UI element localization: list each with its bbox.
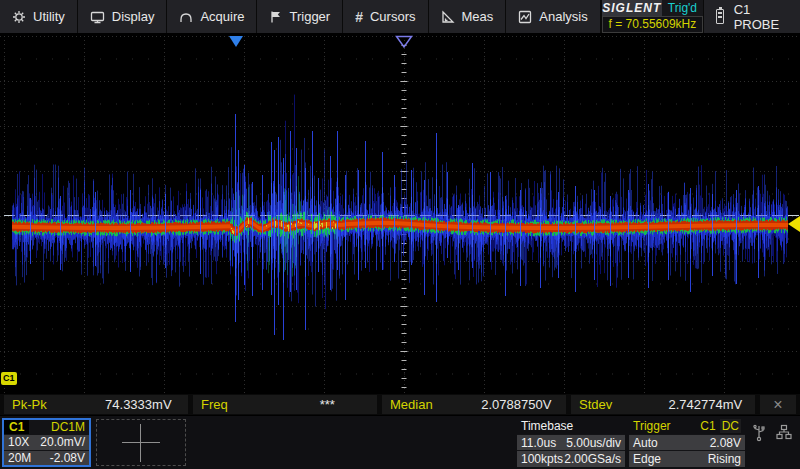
plus-icon — [122, 424, 160, 462]
waveform-display[interactable] — [0, 33, 800, 395]
menu-display-label: Display — [112, 9, 155, 24]
timebase-sample-rate: 2.00GSa/s — [564, 452, 621, 466]
measurement-bar: Pk-Pk 74.3333mV Freq *** Median 2.078875… — [0, 394, 800, 415]
channel-attenuation: 10X — [8, 435, 29, 449]
bottom-status-bar: C1 DC1M 10X 20.0mV/ 20M -2.08V Timebase … — [0, 416, 800, 469]
usb-icon[interactable] — [752, 424, 766, 442]
measurement-pkpk[interactable]: Pk-Pk 74.3333mV — [4, 395, 188, 414]
flag-icon — [269, 10, 282, 24]
horizontal-reference-marker[interactable] — [395, 35, 413, 49]
timebase-panel[interactable]: Timebase 11.0us 5.00us/div 100kpts 2.00G… — [517, 418, 625, 467]
trigger-level-marker[interactable] — [788, 216, 800, 232]
probe-menu[interactable]: C1 PROBE — [703, 0, 800, 33]
trigger-coupling: DC — [720, 419, 741, 433]
measurement-label: Pk-Pk — [4, 395, 89, 414]
timebase-title: Timebase — [521, 419, 573, 433]
analysis-icon — [518, 10, 532, 24]
measurement-stdev[interactable]: Stdev 2.742774mV — [571, 395, 755, 414]
channel-volts-div: 20.0mV/ — [40, 435, 85, 449]
measurement-median[interactable]: Median 2.0788750V — [382, 395, 566, 414]
channel-coupling: DC1M — [51, 420, 89, 434]
probe-label: C1 PROBE — [734, 2, 786, 32]
menu-acquire-label: Acquire — [200, 9, 244, 24]
channel-name: C1 — [4, 420, 29, 434]
measurement-label: Stdev — [571, 395, 656, 414]
trigger-status: Trig'd — [662, 0, 703, 16]
trigger-level: 2.08V — [710, 436, 741, 450]
close-measurements-button[interactable]: × — [760, 395, 796, 414]
measurement-value: 74.3333mV — [89, 395, 188, 414]
menu-cursors[interactable]: # Cursors — [343, 0, 428, 33]
menu-trigger-label: Trigger — [289, 9, 330, 24]
menu-trigger[interactable]: Trigger — [257, 0, 343, 33]
timebase-delay: 11.0us — [521, 436, 556, 450]
channel-offset-marker[interactable]: C1 — [1, 372, 17, 385]
monitor-icon — [90, 10, 105, 24]
oscilloscope-screen: Utility Display Acquire Trigger # Cursor… — [0, 0, 800, 469]
menu-utility-label: Utility — [33, 9, 65, 24]
gear-icon — [12, 10, 26, 24]
close-icon: × — [773, 396, 782, 414]
timebase-points: 100kpts — [521, 452, 563, 466]
brand-status-block: SIGLENT Trig'd f = 70.55609kHz — [601, 0, 703, 33]
menu-meas-label: Meas — [462, 9, 494, 24]
menu-meas[interactable]: Meas — [429, 0, 507, 33]
trigger-source: C1 — [700, 419, 715, 433]
measurement-freq[interactable]: Freq *** — [193, 395, 377, 414]
channel-offset: -2.08V — [50, 451, 85, 465]
measurement-label: Median — [382, 395, 467, 414]
lan-icon[interactable] — [776, 424, 792, 440]
measurement-value: 2.742774mV — [656, 395, 755, 414]
trigger-type: Edge — [633, 452, 661, 466]
trigger-position-marker[interactable] — [229, 36, 243, 47]
menu-analysis-label: Analysis — [539, 9, 587, 24]
menu-analysis[interactable]: Analysis — [506, 0, 600, 33]
measurement-value: 2.0788750V — [467, 395, 566, 414]
measurement-label: Freq — [193, 395, 278, 414]
menu-display[interactable]: Display — [78, 0, 168, 33]
channel1-panel[interactable]: C1 DC1M 10X 20.0mV/ 20M -2.08V — [2, 418, 91, 467]
acquire-icon — [179, 10, 193, 24]
ruler-icon — [441, 10, 455, 24]
battery-icon — [716, 9, 724, 24]
siglent-logo: SIGLENT — [602, 0, 662, 16]
menu-acquire[interactable]: Acquire — [167, 0, 257, 33]
cursors-icon: # — [355, 9, 363, 25]
trigger-panel[interactable]: Trigger C1 DC Auto 2.08V Edge Rising — [629, 418, 745, 467]
menu-utility[interactable]: Utility — [0, 0, 78, 33]
trigger-slope: Rising — [708, 452, 741, 466]
top-menu-bar: Utility Display Acquire Trigger # Cursor… — [0, 0, 800, 33]
channel-bandwidth: 20M — [8, 451, 31, 465]
menu-cursors-label: Cursors — [370, 9, 416, 24]
frequency-readout: f = 70.55609kHz — [602, 16, 703, 34]
measurement-value: *** — [278, 395, 377, 414]
trigger-mode: Auto — [633, 436, 658, 450]
add-channel-button[interactable] — [96, 419, 186, 466]
trigger-title: Trigger — [633, 419, 671, 433]
timebase-scale: 5.00us/div — [566, 436, 621, 450]
